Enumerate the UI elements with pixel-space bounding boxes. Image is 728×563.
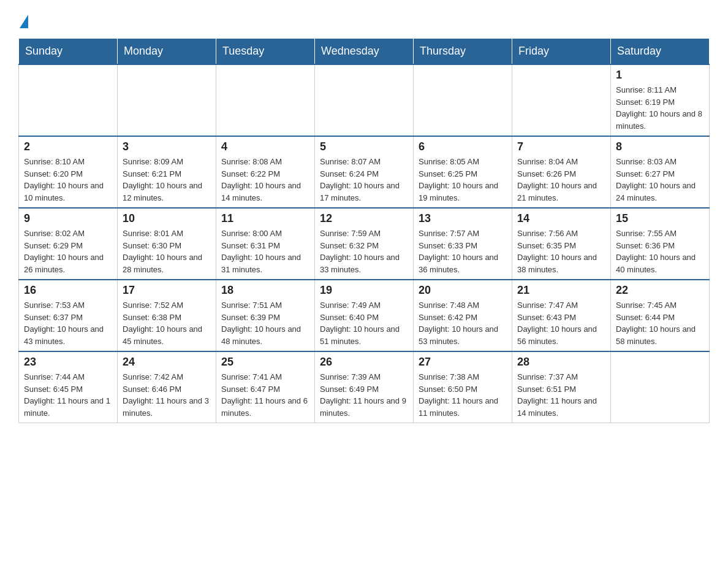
calendar-cell: 16Sunrise: 7:53 AM Sunset: 6:37 PM Dayli…	[19, 280, 118, 351]
calendar-cell: 21Sunrise: 7:47 AM Sunset: 6:43 PM Dayli…	[512, 280, 611, 351]
calendar-week-row: 2Sunrise: 8:10 AM Sunset: 6:20 PM Daylig…	[19, 136, 710, 208]
day-number: 23	[24, 356, 112, 369]
day-number: 14	[517, 212, 605, 225]
calendar-cell	[118, 64, 216, 136]
day-info: Sunrise: 7:51 AM Sunset: 6:39 PM Dayligh…	[221, 299, 309, 347]
calendar-table: SundayMondayTuesdayWednesdayThursdayFrid…	[18, 38, 710, 423]
calendar-cell: 10Sunrise: 8:01 AM Sunset: 6:30 PM Dayli…	[118, 208, 216, 280]
calendar-cell: 7Sunrise: 8:04 AM Sunset: 6:26 PM Daylig…	[512, 136, 611, 208]
day-info: Sunrise: 7:55 AM Sunset: 6:36 PM Dayligh…	[616, 228, 704, 275]
calendar-cell: 15Sunrise: 7:55 AM Sunset: 6:36 PM Dayli…	[611, 208, 710, 280]
day-number: 2	[24, 140, 112, 153]
calendar-cell: 26Sunrise: 7:39 AM Sunset: 6:49 PM Dayli…	[315, 351, 414, 423]
day-number: 15	[616, 212, 704, 225]
day-number: 10	[123, 212, 211, 225]
calendar-cell	[19, 64, 118, 136]
calendar-cell	[611, 351, 710, 423]
weekday-header-saturday: Saturday	[611, 39, 710, 65]
day-number: 6	[419, 140, 507, 153]
day-info: Sunrise: 8:09 AM Sunset: 6:21 PM Dayligh…	[123, 156, 211, 204]
calendar-cell: 13Sunrise: 7:57 AM Sunset: 6:33 PM Dayli…	[414, 208, 512, 280]
calendar-cell: 9Sunrise: 8:02 AM Sunset: 6:29 PM Daylig…	[19, 208, 118, 280]
calendar-cell: 12Sunrise: 7:59 AM Sunset: 6:32 PM Dayli…	[315, 208, 414, 280]
day-number: 28	[517, 356, 605, 369]
calendar-cell: 1Sunrise: 8:11 AM Sunset: 6:19 PM Daylig…	[611, 64, 710, 136]
calendar-cell	[315, 64, 414, 136]
day-number: 12	[320, 212, 408, 225]
logo-triangle-icon	[20, 15, 28, 28]
day-number: 24	[123, 356, 211, 369]
day-number: 22	[616, 284, 704, 297]
calendar-cell: 4Sunrise: 8:08 AM Sunset: 6:22 PM Daylig…	[216, 136, 315, 208]
day-info: Sunrise: 7:57 AM Sunset: 6:33 PM Dayligh…	[419, 228, 507, 275]
day-number: 13	[419, 212, 507, 225]
calendar-week-row: 23Sunrise: 7:44 AM Sunset: 6:45 PM Dayli…	[19, 351, 710, 423]
day-info: Sunrise: 7:41 AM Sunset: 6:47 PM Dayligh…	[221, 371, 309, 419]
calendar-cell: 17Sunrise: 7:52 AM Sunset: 6:38 PM Dayli…	[118, 280, 216, 351]
day-info: Sunrise: 8:10 AM Sunset: 6:20 PM Dayligh…	[24, 156, 112, 204]
calendar-week-row: 16Sunrise: 7:53 AM Sunset: 6:37 PM Dayli…	[19, 280, 710, 351]
day-info: Sunrise: 7:38 AM Sunset: 6:50 PM Dayligh…	[419, 371, 507, 419]
day-info: Sunrise: 8:03 AM Sunset: 6:27 PM Dayligh…	[616, 156, 704, 204]
day-info: Sunrise: 7:42 AM Sunset: 6:46 PM Dayligh…	[123, 371, 211, 419]
weekday-header-thursday: Thursday	[414, 39, 512, 65]
calendar-cell: 6Sunrise: 8:05 AM Sunset: 6:25 PM Daylig…	[414, 136, 512, 208]
day-info: Sunrise: 8:07 AM Sunset: 6:24 PM Dayligh…	[320, 156, 408, 204]
calendar-cell: 20Sunrise: 7:48 AM Sunset: 6:42 PM Dayli…	[414, 280, 512, 351]
day-info: Sunrise: 8:11 AM Sunset: 6:19 PM Dayligh…	[616, 84, 704, 132]
calendar-cell: 3Sunrise: 8:09 AM Sunset: 6:21 PM Daylig…	[118, 136, 216, 208]
calendar-cell	[512, 64, 611, 136]
calendar-cell	[414, 64, 512, 136]
calendar-cell: 27Sunrise: 7:38 AM Sunset: 6:50 PM Dayli…	[414, 351, 512, 423]
calendar-cell: 24Sunrise: 7:42 AM Sunset: 6:46 PM Dayli…	[118, 351, 216, 423]
calendar-week-row: 1Sunrise: 8:11 AM Sunset: 6:19 PM Daylig…	[19, 64, 710, 136]
calendar-cell: 14Sunrise: 7:56 AM Sunset: 6:35 PM Dayli…	[512, 208, 611, 280]
day-number: 5	[320, 140, 408, 153]
weekday-header-sunday: Sunday	[19, 39, 118, 65]
day-number: 21	[517, 284, 605, 297]
day-info: Sunrise: 8:08 AM Sunset: 6:22 PM Dayligh…	[221, 156, 309, 204]
logo	[18, 12, 28, 26]
calendar-cell: 19Sunrise: 7:49 AM Sunset: 6:40 PM Dayli…	[315, 280, 414, 351]
day-info: Sunrise: 8:04 AM Sunset: 6:26 PM Dayligh…	[517, 156, 605, 204]
weekday-header-wednesday: Wednesday	[315, 39, 414, 65]
day-info: Sunrise: 7:37 AM Sunset: 6:51 PM Dayligh…	[517, 371, 605, 419]
day-number: 25	[221, 356, 309, 369]
day-info: Sunrise: 8:00 AM Sunset: 6:31 PM Dayligh…	[221, 228, 309, 275]
weekday-header-friday: Friday	[512, 39, 611, 65]
day-info: Sunrise: 7:56 AM Sunset: 6:35 PM Dayligh…	[517, 228, 605, 275]
weekday-header-tuesday: Tuesday	[216, 39, 315, 65]
calendar-cell	[216, 64, 315, 136]
calendar-cell: 23Sunrise: 7:44 AM Sunset: 6:45 PM Dayli…	[19, 351, 118, 423]
day-info: Sunrise: 7:44 AM Sunset: 6:45 PM Dayligh…	[24, 371, 112, 419]
calendar-header-row: SundayMondayTuesdayWednesdayThursdayFrid…	[19, 39, 710, 65]
day-number: 9	[24, 212, 112, 225]
calendar-week-row: 9Sunrise: 8:02 AM Sunset: 6:29 PM Daylig…	[19, 208, 710, 280]
weekday-header-monday: Monday	[118, 39, 216, 65]
day-info: Sunrise: 8:01 AM Sunset: 6:30 PM Dayligh…	[123, 228, 211, 275]
day-number: 17	[123, 284, 211, 297]
day-number: 18	[221, 284, 309, 297]
day-info: Sunrise: 7:59 AM Sunset: 6:32 PM Dayligh…	[320, 228, 408, 275]
day-number: 20	[419, 284, 507, 297]
day-info: Sunrise: 7:39 AM Sunset: 6:49 PM Dayligh…	[320, 371, 408, 419]
page-header	[18, 12, 710, 26]
day-info: Sunrise: 7:47 AM Sunset: 6:43 PM Dayligh…	[517, 299, 605, 347]
day-number: 26	[320, 356, 408, 369]
day-number: 16	[24, 284, 112, 297]
day-info: Sunrise: 8:05 AM Sunset: 6:25 PM Dayligh…	[419, 156, 507, 204]
day-info: Sunrise: 7:53 AM Sunset: 6:37 PM Dayligh…	[24, 299, 112, 347]
calendar-cell: 5Sunrise: 8:07 AM Sunset: 6:24 PM Daylig…	[315, 136, 414, 208]
day-number: 7	[517, 140, 605, 153]
day-number: 3	[123, 140, 211, 153]
calendar-cell: 18Sunrise: 7:51 AM Sunset: 6:39 PM Dayli…	[216, 280, 315, 351]
calendar-cell: 28Sunrise: 7:37 AM Sunset: 6:51 PM Dayli…	[512, 351, 611, 423]
day-info: Sunrise: 7:52 AM Sunset: 6:38 PM Dayligh…	[123, 299, 211, 347]
day-info: Sunrise: 8:02 AM Sunset: 6:29 PM Dayligh…	[24, 228, 112, 275]
day-info: Sunrise: 7:45 AM Sunset: 6:44 PM Dayligh…	[616, 299, 704, 347]
day-number: 8	[616, 140, 704, 153]
calendar-cell: 11Sunrise: 8:00 AM Sunset: 6:31 PM Dayli…	[216, 208, 315, 280]
day-info: Sunrise: 7:48 AM Sunset: 6:42 PM Dayligh…	[419, 299, 507, 347]
calendar-cell: 2Sunrise: 8:10 AM Sunset: 6:20 PM Daylig…	[19, 136, 118, 208]
day-number: 19	[320, 284, 408, 297]
